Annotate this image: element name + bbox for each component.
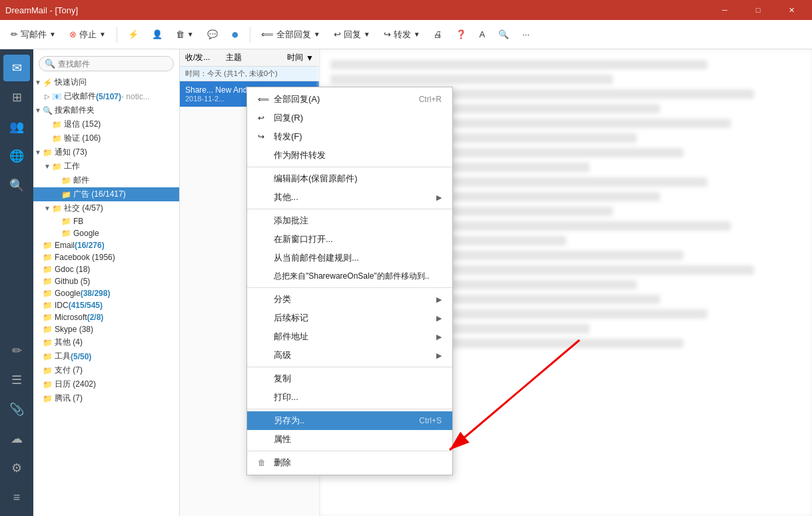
sidebar-item-search[interactable]: 🔍 (3, 172, 30, 199)
folder-email[interactable]: 📁 Email (16/276) (33, 239, 179, 251)
folder-quick-access[interactable]: ▼ ⚡ 快速访问 (33, 75, 179, 89)
ctx-delete[interactable]: 🗑 删除 (247, 453, 452, 472)
reply-button[interactable]: ↩ 回复 ▼ (328, 26, 376, 43)
sidebar-item-cloud[interactable]: ☁ (3, 425, 30, 452)
ctx-separator-6 (247, 451, 452, 451)
toolbar-divider-1 (117, 27, 117, 43)
sidebar-item-globe[interactable]: 🌐 (3, 143, 30, 169)
folder-tongzhi[interactable]: ▼ 📁 通知 (73) (33, 145, 179, 159)
sidebar-item-mail[interactable]: ✉ (3, 55, 30, 81)
col-time: 时间 (287, 52, 303, 63)
folder-google-social[interactable]: 📁 Google (33, 227, 179, 239)
chat-button[interactable]: 💬 (202, 27, 223, 42)
folder-rili[interactable]: 📁 日历 (2402) (33, 377, 179, 391)
folder-google[interactable]: 📁 Google (38/298) (33, 287, 179, 299)
sidebar-item-compose[interactable]: ✏ (3, 337, 30, 364)
print-button[interactable]: 🖨 (428, 27, 448, 42)
ctx-address[interactable]: 邮件地址 ▶ (247, 327, 452, 346)
ctx-advanced[interactable]: 高级 ▶ (247, 346, 452, 365)
sidebar-item-settings[interactable]: ⚙ (3, 455, 30, 481)
folder-icon: 📁 (43, 265, 53, 274)
submenu-arrow: ▶ (436, 193, 442, 202)
ctx-reply-all[interactable]: ⟸ 全部回复(A) Ctrl+R (247, 90, 452, 109)
more-button[interactable]: ··· (517, 27, 535, 42)
ctx-other[interactable]: 其他... ▶ (247, 188, 452, 207)
submenu-arrow: ▶ (436, 314, 442, 323)
folder-icon: 📁 (61, 217, 71, 226)
main-toolbar: ✏ 写邮件 ▼ ⊗ 停止 ▼ ⚡ 👤 🗑▼ 💬 ● ⟸ 全部回复 ▼ ↩ 回复 … (0, 20, 812, 49)
ctx-move-all[interactable]: 总把来自"SharewareOnSale"的邮件移动到.. (247, 267, 452, 285)
folder-github[interactable]: 📁 Github (5) (33, 275, 179, 287)
folder-tengxun[interactable]: 📁 腾讯 (7) (33, 391, 179, 405)
submenu-arrow: ▶ (436, 351, 442, 360)
ctx-forward[interactable]: ↪ 转发(F) (247, 127, 452, 146)
search-input[interactable] (58, 59, 168, 69)
folder-guanggao[interactable]: 📁 广告 (16/1417) (33, 187, 179, 201)
sidebar-item-menu[interactable]: ≡ (3, 484, 30, 511)
ctx-copy[interactable]: 复制 (247, 369, 452, 388)
ctx-separator-3 (247, 287, 452, 288)
folder-youjian[interactable]: 📁 邮件 (33, 173, 179, 187)
close-button[interactable]: ✕ (776, 0, 807, 20)
folder-icon: 📁 (43, 338, 53, 347)
folder-yanzheng[interactable]: 📁 验证 (106) (33, 131, 179, 145)
ctx-print[interactable]: 打印... (247, 388, 452, 407)
folder-icon: 📁 (43, 277, 53, 286)
time-group-header: 时间：今天 (共1个, 未读0个) (180, 67, 319, 81)
font-button[interactable]: A (474, 27, 491, 42)
folder-tuixin[interactable]: 📁 退信 (152) (33, 117, 179, 131)
ctx-open-new[interactable]: 在新窗口打开... (247, 230, 452, 249)
folder-icon: 📁 (43, 301, 53, 310)
zoom-button[interactable]: 🔍 (493, 27, 514, 42)
folder-icon: 📁 (43, 366, 53, 375)
sidebar-item-calendar[interactable]: ⊞ (3, 84, 30, 111)
ctx-follow[interactable]: 后续标记 ▶ (247, 309, 452, 327)
ctx-reply[interactable]: ↩ 回复(R) (247, 109, 452, 127)
filter-button[interactable]: ⚡ (123, 27, 144, 42)
folder-gdoc[interactable]: 📁 Gdoc (18) (33, 263, 179, 275)
forward-button[interactable]: ↪ 转发 ▼ (378, 26, 426, 43)
ctx-saveas[interactable]: 另存为.. Ctrl+S (247, 411, 452, 430)
ctx-add-note[interactable]: 添加批注 (247, 211, 452, 230)
folder-fb[interactable]: 📁 FB (33, 215, 179, 227)
delete-button[interactable]: 🗑▼ (171, 27, 199, 42)
search-box[interactable]: 🔍 (39, 56, 174, 71)
help-button[interactable]: ❓ (450, 27, 472, 42)
folder-facebook[interactable]: 📁 Facebook (1956) (33, 251, 179, 263)
contacts-icon: 👤 (152, 29, 163, 39)
folder-search[interactable]: ▼ 🔍 搜索邮件夹 (33, 103, 179, 117)
folder-inbox[interactable]: ▷ 📧 已收邮件 (5/107) - notic... (33, 89, 179, 103)
ctx-classify[interactable]: 分类 ▶ (247, 290, 452, 309)
contacts-button[interactable]: 👤 (147, 27, 168, 42)
reply-all-icon: ⟸ (258, 95, 271, 104)
folder-idc[interactable]: 📁 IDC (415/545) (33, 299, 179, 311)
ctx-create-rule[interactable]: 从当前邮件创建规则... (247, 249, 452, 267)
folder-skype[interactable]: 📁 Skype (38) (33, 323, 179, 335)
folder-gongzuo[interactable]: ▼ 📁 工作 (33, 159, 179, 173)
folder-microsoft[interactable]: 📁 Microsoft (2/8) (33, 311, 179, 323)
folder-zhifu[interactable]: 📁 支付 (7) (33, 363, 179, 377)
maximize-button[interactable]: □ (743, 0, 773, 20)
chat-icon: 💬 (207, 29, 218, 39)
sidebar-item-attach[interactable]: 📎 (3, 396, 30, 423)
sort-icon[interactable]: ▼ (306, 53, 314, 63)
compose-button[interactable]: ✏ 写邮件 ▼ (5, 26, 61, 43)
folder-shejiao[interactable]: ▼ 📁 社交 (4/57) (33, 201, 179, 215)
folder-qita[interactable]: 📁 其他 (4) (33, 335, 179, 349)
ctx-properties[interactable]: 属性 (247, 430, 452, 449)
ctx-forward-attach[interactable]: 作为附件转发 (247, 146, 452, 165)
stop-button[interactable]: ⊗ 停止 ▼ (64, 26, 111, 43)
folder-gongju[interactable]: 📁 工具 (5/50) (33, 349, 179, 363)
ctx-separator-4 (247, 367, 452, 367)
reply-all-button[interactable]: ⟸ 全部回复 ▼ (256, 26, 326, 43)
minimize-button[interactable]: ─ (709, 0, 740, 20)
ctx-edit-copy[interactable]: 编辑副本(保留原邮件) (247, 169, 452, 188)
avatar-button[interactable]: ● (226, 24, 244, 45)
toolbar-divider-2 (250, 27, 250, 43)
folder-icon: 📁 (43, 241, 53, 250)
folder-icon: 📧 (52, 92, 62, 101)
sidebar-item-contacts[interactable]: 👥 (3, 113, 30, 140)
sidebar-item-list[interactable]: ☰ (3, 367, 30, 393)
more-icon: ··· (522, 29, 530, 39)
expand-icon: ▷ (43, 93, 52, 100)
